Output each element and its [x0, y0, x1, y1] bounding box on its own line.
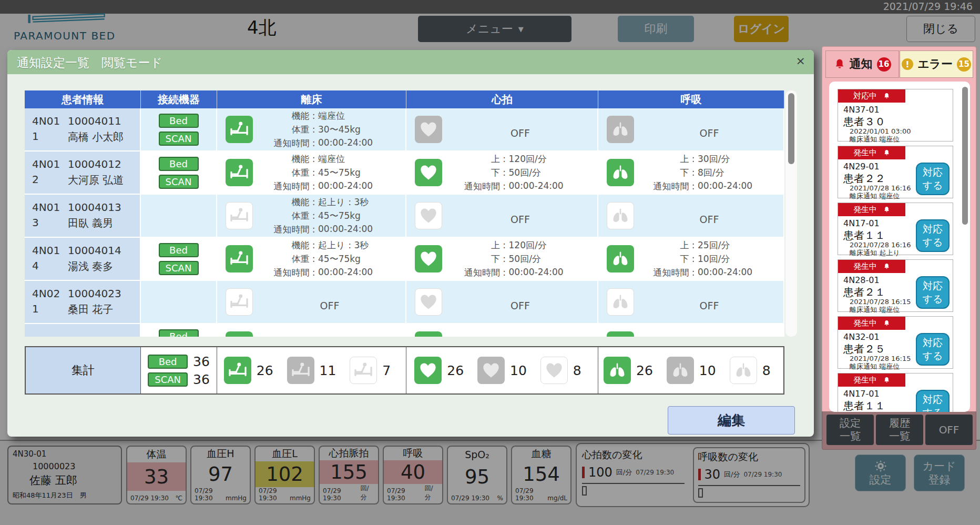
notification-count-badge: 16	[877, 57, 891, 72]
status-badge: 対応中	[838, 89, 905, 103]
card-room: 4N37-01	[843, 105, 880, 115]
lungs-icon	[607, 202, 634, 229]
card-patient-name: 患者１１	[843, 399, 885, 412]
close-icon[interactable]: ×	[796, 54, 805, 67]
bed-exit-icon	[226, 159, 253, 186]
lungs-icon	[667, 357, 694, 384]
cards-scrollbar-thumb[interactable]	[962, 87, 968, 225]
heart-icon	[415, 116, 442, 143]
notification-card-list: 対応中 4N37-01 患者３０ 2022/01/01 03:00 離床通知 端…	[829, 82, 970, 412]
bed-number: 3	[32, 216, 68, 230]
patient-name: 高橋 小太郎	[68, 130, 140, 144]
lungs-icon	[607, 331, 634, 337]
respond-button[interactable]: 対応する	[916, 333, 950, 366]
bed-exit-icon	[350, 357, 377, 384]
lungs-icon	[730, 357, 757, 384]
lungs-icon	[607, 245, 634, 272]
status-badge: 発生中	[838, 146, 905, 159]
heart-icon	[415, 331, 442, 337]
card-patient-name: 患者３０	[843, 115, 885, 129]
card-room: 4N17-01	[843, 218, 880, 228]
patient-id: 10004014	[68, 244, 140, 257]
respond-button[interactable]: 対応する	[916, 390, 950, 412]
card-patient-name: 患者２２	[843, 171, 885, 186]
notification-sidebar: 通知 16 ! エラー 15 対応中 4N37-01 患者３０ 2022/01/…	[822, 46, 976, 411]
bell-icon	[883, 206, 890, 213]
heart-icon	[415, 159, 442, 186]
bed-exit-icon	[226, 245, 253, 272]
exclamation-icon: !	[902, 58, 913, 70]
card-room: 4N28-01	[843, 275, 880, 285]
notification-card: 発生中 4N17-01 患者１１ 2021/07/28 16:16 離床通知 起…	[838, 203, 953, 255]
bell-icon	[883, 263, 890, 270]
bell-icon	[883, 149, 890, 156]
room-number: 4N01	[32, 115, 68, 127]
device-badge-bed: Bed	[159, 243, 199, 257]
patient-id: 10004013	[68, 201, 140, 214]
status-badge: 発生中	[838, 203, 905, 216]
card-datetime: 2021/07/28 16:15	[850, 298, 911, 306]
status-badge: 発生中	[838, 260, 905, 273]
bed-device-count: 36	[193, 354, 210, 369]
room-number: 4N01	[32, 244, 68, 257]
summary-label: 集計	[26, 347, 141, 393]
device-badge-scan: SCAN	[159, 175, 199, 189]
card-detail: 離床通知 端座位	[850, 362, 900, 371]
notification-card: 発生中 4N17-01 患者１１ 対応する	[838, 373, 953, 412]
tab-errors[interactable]: ! エラー 15	[900, 51, 973, 78]
patient-id: 10004012	[68, 158, 140, 170]
table-scrollbar-thumb[interactable]	[788, 93, 794, 164]
patient-id: 10004023	[68, 287, 140, 300]
heart-icon	[415, 202, 442, 229]
modal-title: 通知設定一覧 閲覧モード	[17, 55, 162, 71]
error-count-badge: 15	[957, 57, 971, 72]
summary-heart: 26 10 8	[406, 347, 598, 393]
notification-settings-modal: 通知設定一覧 閲覧モード × 患者情報 接続機器 離床 心拍 呼吸 4N0110…	[7, 50, 814, 437]
respond-button[interactable]: 対応する	[916, 163, 950, 195]
bed-number: 4	[32, 259, 68, 274]
card-datetime: 2021/07/28 16:15	[850, 355, 911, 362]
bell-icon	[883, 320, 890, 327]
modal-header: 通知設定一覧 閲覧モード ×	[7, 50, 814, 74]
card-datetime: 2022/01/01 03:00	[850, 127, 911, 135]
status-badge: 発生中	[838, 317, 905, 330]
notification-card: 発生中 4N28-01 患者２１ 2021/07/28 16:15 離床通知 端…	[838, 259, 953, 312]
patient-name: 大河原 弘道	[68, 173, 140, 187]
respond-button[interactable]: 対応する	[916, 276, 950, 309]
heart-icon	[415, 288, 442, 316]
edit-button[interactable]: 編集	[668, 406, 795, 435]
bed-exit-icon	[226, 202, 253, 229]
card-room: 4N32-01	[843, 332, 880, 342]
device-badge-scan: SCAN	[159, 132, 199, 146]
app-window: 2021/07/29 19:46 PARAMOUNT BED 4北 メニュー ▼…	[0, 0, 980, 525]
lungs-icon	[607, 288, 634, 316]
table-row: 4N0210004023 1桑田 花子 OFF OFF OFF	[25, 281, 784, 324]
card-datetime: 2021/07/28 16:16	[850, 184, 911, 192]
patient-name: 湯浅 奏多	[68, 259, 140, 274]
summary-row: 集計 Bed 36 SCAN 36 26 11 7 26 10 8	[25, 346, 784, 395]
card-detail: 離床通知 起上り	[850, 248, 900, 258]
card-detail: 離床通知 端座位	[850, 135, 900, 144]
bell-icon	[883, 93, 890, 99]
heart-icon	[477, 357, 505, 384]
card-room: 4N17-01	[843, 389, 880, 399]
notification-card: 対応中 4N37-01 患者３０ 2022/01/01 03:00 離床通知 端…	[838, 89, 953, 142]
lungs-icon	[604, 357, 631, 384]
col-header-respiration: 呼吸	[598, 90, 784, 108]
bell-icon	[834, 58, 845, 70]
room-number: 4N02	[32, 287, 68, 300]
bed-exit-icon	[226, 331, 253, 337]
device-badge-scan: SCAN	[148, 372, 188, 387]
col-header-bed-exit: 離床	[217, 90, 406, 108]
notification-card: 発生中 4N29-01 患者２２ 2021/07/28 16:16 離床通知 端…	[838, 146, 953, 198]
summary-devices: Bed 36 SCAN 36	[141, 347, 217, 393]
bed-number: 2	[32, 173, 68, 187]
respond-button[interactable]: 対応する	[916, 219, 950, 252]
bed-exit-icon	[226, 116, 253, 143]
patient-name: 桑田 花子	[68, 302, 140, 317]
table-row: 4N0110004014 4湯浅 奏多 Bed SCAN 機能起上り：3秒 体重…	[25, 238, 784, 281]
device-badge-bed: Bed	[159, 157, 199, 171]
heart-icon	[415, 245, 442, 272]
lungs-icon	[607, 116, 634, 143]
tab-notifications[interactable]: 通知 16	[825, 51, 899, 78]
